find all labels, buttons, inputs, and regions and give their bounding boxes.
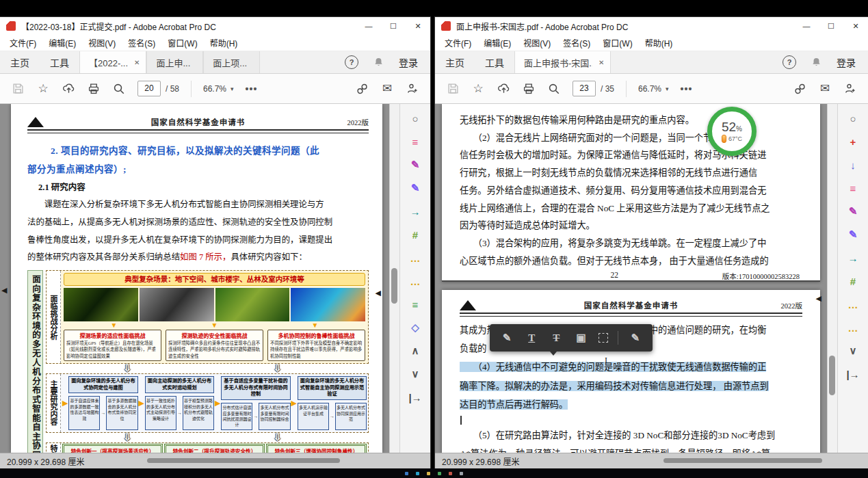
menu-item[interactable]: 文件(F) — [4, 36, 42, 50]
fill-sign-icon[interactable]: ✎ — [408, 181, 423, 196]
page-view[interactable]: 无线拓扑下的数据包传输采用何种路由是研究的重点内容。 （2）混合无线片上网络研究… — [435, 104, 827, 453]
menu-item[interactable]: 帮助(H) — [205, 36, 244, 50]
title-bar[interactable]: 面上申报书-宋国志.pdf - Adobe Acrobat Pro DC — ☐… — [435, 17, 868, 35]
scrollbar-thumb[interactable] — [829, 356, 835, 395]
zoom-control[interactable]: 66.7% ▾ — [203, 84, 234, 94]
page-view[interactable]: 国家自然科学基金申请书 2022版 2. 项目的研究内容、研究目标，以及拟解决的… — [0, 104, 389, 453]
save-icon[interactable] — [11, 82, 25, 96]
close-tab-icon[interactable]: ✕ — [134, 59, 140, 66]
edit-pdf-icon[interactable]: ✎ — [628, 330, 643, 346]
menu-item[interactable]: 视图(V) — [518, 36, 556, 50]
tab-doc-mianshangshenbaoshu[interactable]: 面上申报书-宋国...✕ — [514, 51, 611, 73]
menu-item[interactable]: 文件(F) — [439, 36, 477, 50]
email-icon[interactable]: ✉ — [380, 82, 394, 96]
organize-pages-icon[interactable]: ≡ — [408, 134, 423, 149]
close-button[interactable]: ✕ — [843, 17, 868, 35]
send-for-review-icon[interactable]: → — [408, 204, 423, 219]
chevron-down-icon[interactable]: ∨ — [845, 343, 860, 358]
add-user-icon[interactable] — [843, 82, 857, 96]
tab-home[interactable]: 主页 — [435, 51, 475, 73]
save-icon[interactable] — [446, 82, 460, 96]
print-icon[interactable] — [522, 82, 536, 96]
taskbar-app-4[interactable] — [438, 472, 441, 475]
windows-taskbar[interactable] — [0, 468, 868, 478]
bell-icon[interactable] — [373, 57, 384, 68]
vertical-scrollbar[interactable] — [389, 104, 399, 453]
page-number-input[interactable]: 23 — [573, 81, 596, 96]
help-icon[interactable]: ? — [782, 55, 796, 69]
horizontal-scrollbar[interactable] — [147, 458, 340, 463]
performance-overlay-badge[interactable]: 52% 67°C — [707, 107, 757, 156]
minimize-button[interactable]: — — [794, 17, 819, 35]
edit-pdf-icon[interactable]: ✎ — [845, 204, 860, 219]
sign-in-button[interactable]: 登录 — [399, 55, 418, 69]
tab-home[interactable]: 主页 — [0, 51, 40, 73]
taskbar-app-1[interactable] — [405, 472, 408, 475]
scrollbar-thumb[interactable] — [391, 268, 397, 304]
export-pdf-icon[interactable]: ↓ — [845, 157, 860, 172]
send-for-review-icon[interactable]: → — [845, 250, 860, 265]
menu-item[interactable]: 窗口(W) — [162, 36, 202, 50]
email-icon[interactable]: ✉ — [818, 82, 832, 96]
tab-tools[interactable]: 工具 — [40, 51, 79, 73]
comment-icon[interactable]: … — [845, 320, 860, 335]
close-button[interactable]: ✕ — [406, 17, 430, 35]
protect-icon[interactable]: ◇ — [408, 320, 423, 335]
search-icon[interactable] — [547, 82, 561, 96]
chevron-down-icon[interactable]: ∨ — [408, 367, 423, 382]
taskbar-app-6[interactable] — [460, 472, 463, 475]
close-tab-icon[interactable]: ✕ — [599, 59, 604, 66]
star-icon[interactable]: ☆ — [36, 82, 50, 96]
collapse-pane-icon[interactable]: |→ — [408, 390, 423, 405]
menu-item[interactable]: 帮助(H) — [640, 36, 679, 50]
tab-tools[interactable]: 工具 — [475, 51, 514, 73]
toolbar-divider[interactable] — [618, 331, 618, 345]
page-nav-arrow[interactable]: ◀ — [376, 289, 381, 297]
strikethrough-icon[interactable]: T — [549, 330, 564, 346]
page-nav-arrow[interactable]: ◀ — [816, 294, 821, 303]
title-bar[interactable]: 【2022-03-18】正式提交.pdf - Adobe Acrobat Pro… — [0, 17, 430, 35]
more-tools-icon[interactable]: ••• — [681, 83, 693, 94]
crop-pages-icon[interactable]: # — [408, 227, 423, 242]
minimize-button[interactable]: — — [356, 17, 381, 35]
menu-item[interactable]: 编辑(E) — [43, 36, 81, 50]
scan-ocr-icon[interactable]: ≡ — [408, 297, 423, 312]
comment-icon[interactable]: … — [408, 274, 423, 289]
maximize-button[interactable]: ☐ — [381, 17, 406, 35]
highlight-icon[interactable]: ✎ — [499, 330, 514, 346]
underline-icon[interactable]: T — [524, 330, 539, 346]
taskbar-app-5[interactable] — [449, 472, 452, 475]
menu-item[interactable]: 视图(V) — [83, 36, 121, 50]
taskbar-app-3[interactable] — [427, 472, 430, 475]
bell-icon[interactable] — [811, 57, 821, 68]
comment-file-icon[interactable]: … — [845, 297, 860, 312]
vertical-scrollbar[interactable] — [827, 104, 837, 453]
collapse-pane-icon[interactable]: |→ — [845, 367, 860, 382]
add-user-icon[interactable] — [406, 82, 419, 96]
previous-page-arrow[interactable]: ◀ — [1, 286, 7, 295]
organize-pages-icon[interactable]: ≡ — [845, 181, 860, 196]
snapshot-icon[interactable] — [599, 333, 608, 343]
share-cloud-icon[interactable] — [497, 82, 510, 96]
share-link-icon[interactable] — [355, 82, 369, 96]
comment-file-icon[interactable]: … — [408, 250, 423, 265]
more-tools-icon[interactable]: ••• — [246, 83, 258, 94]
replace-text-icon[interactable]: ▣ — [574, 330, 589, 346]
menu-item[interactable]: 签名(S) — [122, 36, 161, 50]
share-cloud-icon[interactable] — [62, 82, 75, 96]
find-icon[interactable]: ○ — [408, 111, 423, 126]
help-icon[interactable]: ? — [345, 55, 358, 69]
menu-item[interactable]: 窗口(W) — [597, 36, 637, 50]
fill-sign-icon[interactable]: ✎ — [845, 227, 860, 242]
menu-item[interactable]: 签名(S) — [557, 36, 596, 50]
share-link-icon[interactable] — [793, 82, 806, 96]
taskbar-app-2[interactable] — [416, 472, 419, 475]
maximize-button[interactable]: ☐ — [819, 17, 843, 35]
find-icon[interactable]: ○ — [845, 111, 860, 126]
tab-doc-mianshangxiang[interactable]: 面上项... — [203, 51, 260, 73]
edit-pdf-icon[interactable]: ✎ — [408, 157, 423, 172]
print-icon[interactable] — [87, 82, 101, 96]
horizontal-scrollbar[interactable] — [663, 458, 822, 463]
tab-doc-zhengshitijiao[interactable]: 【2022-...✕ — [79, 51, 146, 73]
create-pdf-icon[interactable]: + — [845, 134, 860, 149]
